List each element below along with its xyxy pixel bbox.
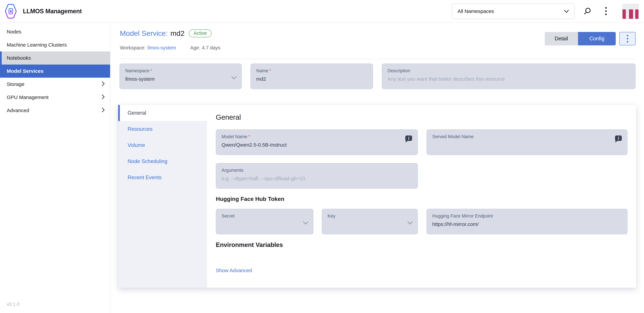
user-avatar[interactable] [622, 4, 639, 19]
tab-resources[interactable]: Resources [118, 121, 207, 137]
sidebar-item-nodes[interactable]: Nodes [0, 25, 110, 38]
chevron-down-icon [303, 220, 308, 226]
resource-type-label: Model Service: [120, 29, 168, 37]
chevron-down-icon [564, 8, 569, 14]
more-actions-button[interactable] [620, 32, 636, 45]
app-window: LLMOS Management All Namespaces Nodes [0, 0, 644, 313]
sidebar-item-advanced[interactable]: Advanced [0, 104, 110, 117]
page-actions: Detail Config [545, 32, 636, 45]
tab-recent-events[interactable]: Recent Events [118, 169, 207, 186]
sidebar-item-model-services[interactable]: Model Services [0, 65, 110, 78]
arguments-field-placeholder: e.g. --dtype=half, --cpu-offload-gb=10 [222, 176, 412, 181]
app-title: LLMOS Management [23, 8, 82, 15]
llmos-logo-icon[interactable] [5, 3, 16, 20]
hf-mirror-endpoint-field-value: https://hf-mirror.com/ [432, 221, 622, 227]
chevron-down-icon [231, 75, 237, 81]
tab-general[interactable]: General [118, 105, 207, 121]
sidebar-item-notebooks[interactable]: Notebooks [0, 51, 110, 65]
chevron-right-icon [102, 94, 105, 101]
sidebar-item-gpu-management[interactable]: GPU Management [0, 91, 110, 104]
age-value: 4.7 days [202, 45, 220, 50]
served-model-name-field[interactable]: Served Model Name i [426, 130, 628, 155]
tab-volume[interactable]: Volume [118, 137, 207, 153]
chevron-right-icon [102, 107, 105, 114]
namespace-filter-select[interactable]: All Namespaces [452, 3, 575, 19]
model-name-field-value: Qwen/Qwen2.5-0.5B-Instruct [222, 142, 412, 148]
age-label: Age: [190, 45, 200, 50]
sidebar: Nodes Machine Learning Clusters Notebook… [0, 23, 110, 313]
search-icon[interactable] [584, 7, 591, 16]
config-card: General Resources Volume Node Scheduling… [118, 105, 636, 288]
info-tooltip-icon[interactable]: i [405, 136, 412, 141]
section-heading-hf-token: Hugging Face Hub Token [216, 196, 284, 202]
model-name-field-label: Model Name [222, 134, 247, 139]
served-model-name-field-label: Served Model Name [432, 134, 474, 139]
tab-node-scheduling[interactable]: Node Scheduling [118, 153, 207, 169]
namespace-field-value: llmos-system [125, 76, 236, 82]
config-button[interactable]: Config [578, 32, 616, 45]
description-field-label: Description [388, 68, 410, 73]
detail-button[interactable]: Detail [545, 32, 578, 45]
section-heading-env-vars: Environment Variables [216, 241, 283, 248]
required-marker: * [150, 68, 152, 73]
page-title: Model Service: md2 Active [120, 29, 212, 37]
status-badge: Active [189, 29, 212, 37]
description-field-placeholder: Any text you want that better describes … [388, 76, 630, 82]
kebab-menu-icon[interactable] [605, 7, 607, 17]
namespace-field[interactable]: Namespace* llmos-system [120, 64, 242, 89]
sidebar-item-machine-learning-clusters[interactable]: Machine Learning Clusters [0, 38, 110, 51]
sidebar-item-storage[interactable]: Storage [0, 78, 110, 91]
arguments-field-label: Arguments [222, 168, 244, 173]
top-bar: LLMOS Management All Namespaces [0, 0, 644, 23]
workspace-link[interactable]: llmos-system [148, 45, 176, 51]
workspace-label: Workspace: [120, 45, 146, 51]
chevron-down-icon [407, 220, 413, 226]
name-field[interactable]: Name* md2 [250, 64, 373, 89]
header-divider [120, 59, 636, 59]
resource-name: md2 [170, 29, 184, 37]
required-marker: * [269, 68, 271, 73]
tab-panel-general: General Model Name* Qwen/Qwen2.5-0.5B-In… [207, 105, 636, 288]
show-advanced-link[interactable]: Show Advanced [216, 268, 252, 273]
hf-mirror-endpoint-field-label: Hugging Face Mirror Endpoint [432, 213, 493, 219]
tab-column: General Resources Volume Node Scheduling… [118, 105, 207, 288]
key-select-field[interactable]: Key [322, 209, 418, 234]
secret-select-field[interactable]: Secret [216, 209, 314, 234]
secret-field-label: Secret [222, 213, 235, 219]
description-field[interactable]: Description Any text you want that bette… [382, 64, 636, 89]
name-field-value: md2 [256, 76, 367, 82]
name-field-label: Name [256, 68, 268, 73]
namespace-field-label: Namespace [125, 68, 150, 73]
hf-mirror-endpoint-field[interactable]: Hugging Face Mirror Endpoint https://hf-… [426, 209, 628, 234]
section-heading-general: General [216, 113, 241, 121]
arguments-field[interactable]: Arguments e.g. --dtype=half, --cpu-offlo… [216, 163, 418, 189]
info-tooltip-icon[interactable]: i [615, 136, 622, 141]
app-version: v0.1.0 [7, 302, 20, 307]
main-content: Model Service: md2 Active Workspace: llm… [111, 23, 644, 313]
key-field-label: Key [328, 213, 336, 219]
namespace-filter-value: All Namespaces [458, 8, 494, 14]
required-marker: * [248, 134, 250, 139]
chevron-right-icon [102, 81, 105, 87]
model-name-field[interactable]: Model Name* Qwen/Qwen2.5-0.5B-Instruct i [216, 130, 418, 155]
resource-meta: Workspace: llmos-system Age:4.7 days [120, 45, 220, 51]
